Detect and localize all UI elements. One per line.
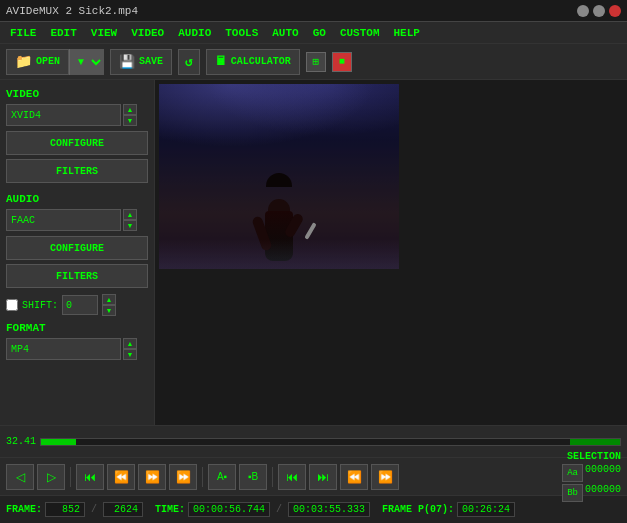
- refresh-button[interactable]: ↺: [178, 49, 200, 75]
- shift-up[interactable]: ▲: [102, 294, 116, 305]
- open-label: Open: [36, 56, 60, 67]
- format-section: Format MP4 ▲ ▼: [6, 322, 148, 360]
- sel-a-button[interactable]: Aa: [562, 464, 583, 482]
- video-codec-arrows: ▲ ▼: [123, 104, 137, 126]
- go-next-cut-button[interactable]: ⏭: [309, 464, 337, 490]
- video-codec-select[interactable]: XVID4: [6, 104, 121, 126]
- video-codec-down[interactable]: ▼: [123, 115, 137, 126]
- mark-a-icon: A▪: [217, 471, 227, 482]
- open-button[interactable]: 📁 Open: [6, 49, 69, 75]
- toolbar: 📁 Open ▼ 💾 Save ↺ 🖩 Calculator ⊞ ■: [0, 44, 627, 80]
- shift-arrows: ▲ ▼: [102, 294, 116, 316]
- shift-down[interactable]: ▼: [102, 305, 116, 316]
- shift-row: Shift: ▲ ▼: [6, 294, 148, 316]
- view-icon-2[interactable]: ■: [332, 52, 352, 72]
- sel-b-button[interactable]: Bb: [562, 484, 583, 502]
- audio-codec-up[interactable]: ▲: [123, 209, 137, 220]
- shift-input[interactable]: [62, 295, 98, 315]
- calculator-button[interactable]: 🖩 Calculator: [206, 49, 300, 75]
- next-keyframe-button[interactable]: ⏩: [371, 464, 399, 490]
- transport-separator-2: [202, 467, 203, 487]
- clear-mark-icon: ▪B: [248, 471, 258, 482]
- video-codec-row: XVID4 ▲ ▼: [6, 104, 148, 126]
- go-next-cut-icon: ⏭: [317, 470, 329, 484]
- prev-keyframe-button[interactable]: ⏪: [340, 464, 368, 490]
- save-label: Save: [139, 56, 163, 67]
- go-prev-cut-button[interactable]: ⏮: [278, 464, 306, 490]
- go-start-button[interactable]: ⏮: [76, 464, 104, 490]
- format-select[interactable]: MP4: [6, 338, 121, 360]
- audio-filters-button[interactable]: Filters: [6, 264, 148, 288]
- refresh-icon: ↺: [185, 54, 193, 70]
- video-filters-button[interactable]: Filters: [6, 159, 148, 183]
- format-arrows: ▲ ▼: [123, 338, 137, 360]
- open-dropdown[interactable]: ▼: [69, 49, 104, 75]
- transport-separator-3: [272, 467, 273, 487]
- framep-label: Frame P(07):: [382, 504, 454, 515]
- shift-checkbox[interactable]: [6, 299, 18, 311]
- maximize-button[interactable]: [593, 5, 605, 17]
- menu-edit[interactable]: EDIt: [44, 25, 82, 41]
- selection-buttons: Aa 000000: [562, 464, 621, 482]
- rewind-icon: ⏪: [114, 470, 129, 484]
- prev-frame-icon: ◁: [16, 470, 25, 484]
- video-content: [159, 84, 399, 269]
- format-row: MP4 ▲ ▼: [6, 338, 148, 360]
- stage-lights: [159, 84, 399, 158]
- fast-forward-icon: ⏩: [145, 470, 160, 484]
- title-bar: AVIDeMUX 2 Sick2.mp4: [0, 0, 627, 22]
- minimize-button[interactable]: [577, 5, 589, 17]
- next-frame-button[interactable]: ▷: [37, 464, 65, 490]
- menu-video[interactable]: Video: [125, 25, 170, 41]
- fast-forward2-button[interactable]: ⏩: [169, 464, 197, 490]
- view-icon-1[interactable]: ⊞: [306, 52, 326, 72]
- audio-codec-down[interactable]: ▼: [123, 220, 137, 231]
- menu-audio[interactable]: Audio: [172, 25, 217, 41]
- audio-codec-row: FAAC ▲ ▼: [6, 209, 148, 231]
- transport-bar: ◁ ▷ ⏮ ⏪ ⏩ ⏩ A▪ ▪B ⏮ ⏭ ⏪ ⏩ Selection Aa 0…: [0, 457, 627, 495]
- time-value: 00:00:56.744: [188, 502, 270, 517]
- main-area: Video XVID4 ▲ ▼ Configure Filters Audio …: [0, 80, 627, 425]
- prev-keyframe-icon: ⏪: [347, 470, 362, 484]
- frame-label: Frame:: [6, 504, 42, 515]
- go-prev-cut-icon: ⏮: [286, 470, 298, 484]
- time-total-value: 00:03:55.333: [288, 502, 370, 517]
- audio-codec-select[interactable]: FAAC: [6, 209, 121, 231]
- video-preview: [159, 84, 399, 269]
- rewind-button[interactable]: ⏪: [107, 464, 135, 490]
- menu-tools[interactable]: Tools: [219, 25, 264, 41]
- save-button[interactable]: 💾 Save: [110, 49, 172, 75]
- shift-label: Shift:: [22, 300, 58, 311]
- format-up[interactable]: ▲: [123, 338, 137, 349]
- fast-forward-button[interactable]: ⏩: [138, 464, 166, 490]
- frame-value: 852: [45, 502, 85, 517]
- selection-label: Selection: [567, 451, 621, 462]
- audio-configure-button[interactable]: Configure: [6, 236, 148, 260]
- menu-help[interactable]: Help: [387, 25, 425, 41]
- menu-auto[interactable]: Auto: [266, 25, 304, 41]
- video-configure-button[interactable]: Configure: [6, 131, 148, 155]
- menu-go[interactable]: Go: [307, 25, 332, 41]
- close-button[interactable]: [609, 5, 621, 17]
- open-button-group: 📁 Open ▼: [6, 49, 104, 75]
- framep-status: Frame P(07): 00:26:24: [382, 502, 515, 517]
- selection-b-buttons: Bb 000000: [562, 484, 621, 502]
- prev-frame-button[interactable]: ◁: [6, 464, 34, 490]
- progress-bar[interactable]: [40, 438, 621, 446]
- go-start-icon: ⏮: [84, 470, 96, 484]
- menu-file[interactable]: File: [4, 25, 42, 41]
- time-sep: /: [276, 504, 282, 515]
- folder-icon: 📁: [15, 53, 32, 70]
- format-section-label: Format: [6, 322, 148, 334]
- mark-a-button[interactable]: A▪: [208, 464, 236, 490]
- format-down[interactable]: ▼: [123, 349, 137, 360]
- frame-sep: /: [91, 504, 97, 515]
- clear-mark-button[interactable]: ▪B: [239, 464, 267, 490]
- menu-view[interactable]: View: [85, 25, 123, 41]
- calculator-icon: 🖩: [215, 54, 227, 69]
- video-codec-up[interactable]: ▲: [123, 104, 137, 115]
- menu-bar: File EDIt View Video Audio Tools Auto Go…: [0, 22, 627, 44]
- fog: [159, 239, 399, 269]
- save-icon: 💾: [119, 54, 135, 70]
- menu-custom[interactable]: Custom: [334, 25, 386, 41]
